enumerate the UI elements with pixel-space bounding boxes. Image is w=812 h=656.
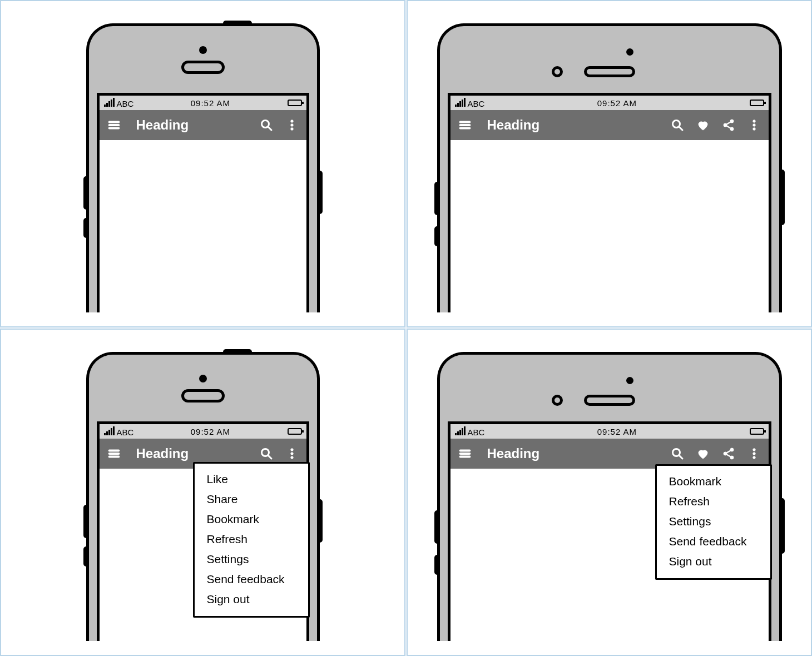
status-bar: ABC 09:52 AM [100, 424, 306, 439]
menu-item-settings[interactable]: Settings [206, 549, 297, 569]
speaker-slot-icon [181, 389, 225, 402]
camera-dot-icon [199, 46, 207, 54]
carrier-name: ABC [468, 99, 485, 108]
side-button-icon [317, 171, 323, 214]
app-bar-title: Heading [136, 446, 189, 461]
overflow-icon[interactable] [285, 118, 299, 132]
volume-up-icon [83, 176, 89, 210]
carrier: ABC [104, 98, 134, 108]
menu-item-settings[interactable]: Settings [668, 511, 759, 531]
menu-item-like[interactable]: Like [206, 469, 297, 489]
battery-icon [750, 100, 764, 106]
overflow-icon[interactable] [747, 447, 761, 460]
hamburger-icon[interactable] [107, 118, 121, 132]
mockup-wide-closed: ABC 09:52 AM Heading [407, 0, 812, 327]
app-bar-title: Heading [487, 117, 540, 133]
hamburger-icon[interactable] [458, 447, 472, 460]
carrier-name: ABC [468, 428, 485, 437]
speaker-slot-icon [181, 61, 225, 74]
camera-dot-icon [626, 48, 633, 56]
volume-up-icon [434, 182, 440, 215]
search-icon[interactable] [260, 447, 273, 460]
speaker-slot-icon [584, 395, 635, 406]
mockup-narrow-closed: ABC 09:52 AM Heading [0, 0, 405, 327]
menu-item-send-feedback[interactable]: Send feedback [206, 569, 297, 589]
side-button-icon [779, 170, 785, 225]
volume-down-icon [83, 546, 89, 566]
volume-down-icon [434, 555, 440, 575]
menu-item-bookmark[interactable]: Bookmark [668, 471, 759, 491]
hamburger-icon[interactable] [458, 118, 472, 132]
overflow-icon[interactable] [747, 118, 761, 132]
menu-item-bookmark[interactable]: Bookmark [206, 509, 297, 529]
volume-up-icon [83, 505, 89, 538]
camera-dot-icon [199, 375, 207, 382]
carrier: ABC [455, 426, 485, 437]
menu-item-sign-out[interactable]: Sign out [668, 551, 759, 571]
signal-bars-icon [455, 98, 466, 107]
menu-item-refresh[interactable]: Refresh [668, 491, 759, 511]
volume-down-icon [83, 218, 89, 238]
status-bar: ABC 09:52 AM [450, 96, 769, 110]
share-icon[interactable] [722, 118, 735, 132]
battery-icon [288, 428, 302, 435]
app-bar: Heading [450, 110, 769, 140]
menu-item-sign-out[interactable]: Sign out [206, 589, 297, 609]
phone-frame: ABC 09:52 AM Heading Like Share Bookmark… [86, 352, 320, 641]
clock: 09:52 AM [133, 98, 287, 108]
overflow-icon[interactable] [285, 447, 299, 460]
sensor-icon [552, 395, 563, 406]
mockup-wide-menu-open: ABC 09:52 AM Heading Bookmark Refresh Se… [407, 329, 812, 656]
heart-icon[interactable] [696, 118, 710, 132]
app-bar-title: Heading [487, 446, 540, 461]
clock: 09:52 AM [484, 98, 749, 108]
status-bar: ABC 09:52 AM [100, 96, 306, 110]
phone-frame: ABC 09:52 AM Heading [86, 23, 320, 312]
phone-screen: ABC 09:52 AM Heading Like Share Bookmark… [97, 421, 309, 641]
carrier-name: ABC [117, 428, 134, 437]
phone-frame: ABC 09:52 AM Heading Bookmark Refresh Se… [437, 352, 782, 641]
phone-frame: ABC 09:52 AM Heading [437, 23, 782, 312]
carrier: ABC [455, 98, 485, 108]
power-button-icon [223, 349, 252, 355]
clock: 09:52 AM [133, 427, 287, 436]
mockup-narrow-menu-open: ABC 09:52 AM Heading Like Share Bookmark… [0, 329, 405, 656]
clock: 09:52 AM [484, 427, 749, 436]
sensor-icon [552, 66, 563, 77]
carrier: ABC [104, 426, 134, 437]
app-bar-title: Heading [136, 117, 189, 133]
power-button-icon [223, 21, 252, 26]
side-button-icon [317, 499, 323, 543]
signal-bars-icon [104, 98, 115, 107]
menu-item-share[interactable]: Share [206, 489, 297, 509]
status-bar: ABC 09:52 AM [450, 424, 769, 439]
side-button-icon [779, 498, 785, 554]
volume-down-icon [434, 226, 440, 246]
hamburger-icon[interactable] [107, 447, 121, 460]
share-icon[interactable] [722, 447, 735, 460]
carrier-name: ABC [117, 99, 134, 108]
signal-bars-icon [104, 426, 115, 435]
search-icon[interactable] [671, 447, 684, 460]
app-bar: Heading [100, 110, 306, 140]
volume-up-icon [434, 510, 440, 544]
speaker-slot-icon [584, 66, 635, 77]
menu-item-send-feedback[interactable]: Send feedback [668, 531, 759, 551]
phone-screen: ABC 09:52 AM Heading Bookmark Refresh Se… [448, 421, 771, 641]
overflow-menu: Like Share Bookmark Refresh Settings Sen… [193, 462, 310, 618]
menu-item-refresh[interactable]: Refresh [206, 529, 297, 549]
battery-icon [750, 428, 764, 435]
search-icon[interactable] [671, 118, 684, 132]
signal-bars-icon [455, 426, 466, 435]
heart-icon[interactable] [696, 447, 710, 460]
phone-screen: ABC 09:52 AM Heading [97, 93, 309, 312]
phone-screen: ABC 09:52 AM Heading [448, 93, 771, 312]
search-icon[interactable] [260, 118, 273, 132]
overflow-menu: Bookmark Refresh Settings Send feedback … [655, 464, 772, 580]
battery-icon [288, 100, 302, 106]
camera-dot-icon [626, 377, 633, 384]
